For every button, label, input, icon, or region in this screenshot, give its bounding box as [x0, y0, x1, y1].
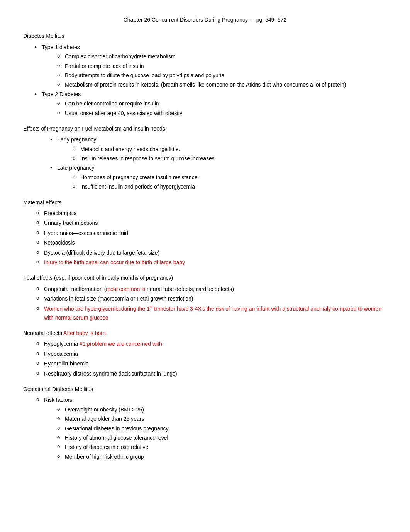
list-item: Variations in fetal size (macrosomia or …	[35, 294, 387, 303]
list-item: Body attempts to dilute the glucose load…	[57, 71, 387, 80]
maternal-section: Maternal effects Preeclampsia Urinary tr…	[23, 198, 387, 267]
list-item: Maternal age older than 25 years	[56, 415, 387, 423]
list-item: Women who are hyperglycemia during the 1…	[35, 304, 387, 322]
page-title: Chapter 26 Concurrent Disorders During P…	[124, 17, 287, 23]
list-item: Usual onset after age 40, associated wit…	[57, 109, 387, 117]
effects-heading: Effects of Pregnancy on Fuel Metabolism …	[23, 124, 387, 133]
gestational-heading: Gestational Diabetes Mellitus	[23, 385, 387, 393]
list-item: Late pregnancy Hormones of pregnancy cre…	[50, 163, 387, 191]
list-item: Gestational diabetes in previous pregnan…	[56, 424, 387, 433]
list-item: Metabolism of protein results in ketosis…	[57, 80, 387, 89]
list-item: Preeclampsia	[35, 209, 387, 218]
list-item: Metabolic and energy needs change little…	[73, 145, 387, 153]
diabetes-level1-list: Type 1 diabetes Complex disorder of carb…	[23, 43, 387, 117]
list-item: Type 2 Diabetes Can be diet controlled o…	[35, 90, 387, 117]
list-item: Ketoacidosis	[35, 238, 387, 247]
list-item: Insulin releases in response to serum gl…	[73, 154, 387, 163]
list-item: Dystocia (difficult delivery due to larg…	[35, 248, 387, 257]
fetal-section: Fetal effects (esp. if poor control in e…	[23, 274, 387, 322]
gestational-section: Gestational Diabetes Mellitus Risk facto…	[23, 385, 387, 461]
list-item: Hydramnios—excess amniotic fluid	[35, 229, 387, 237]
list-item: Complex disorder of carbohydrate metabol…	[57, 52, 387, 61]
list-item: History of diabetes in close relative	[56, 443, 387, 451]
list-item: Overweight or obesity (BMI > 25)	[56, 405, 387, 414]
list-item: History of abnormal glucose tolerance le…	[56, 433, 387, 442]
neonatal-section: Neonatal effects After baby is born Hypo…	[23, 329, 387, 378]
list-item: Insufficient insulin and periods of hype…	[73, 182, 387, 191]
list-item: Hyperbilirubinemia	[35, 359, 387, 368]
diabetes-mellitus-heading: Diabetes Mellitus	[23, 32, 387, 40]
diabetes-mellitus-section: Diabetes Mellitus Type 1 diabetes Comple…	[23, 32, 387, 117]
list-item: Early pregnancy Metabolic and energy nee…	[50, 135, 387, 163]
list-item: Hormones of pregnancy create insulin res…	[73, 173, 387, 182]
list-item: Member of high-risk ethnic group	[56, 452, 387, 461]
maternal-heading: Maternal effects	[23, 198, 387, 207]
list-item: Type 1 diabetes Complex disorder of carb…	[35, 43, 387, 89]
list-item: Partial or complete lack of insulin	[57, 62, 387, 70]
page-header: Chapter 26 Concurrent Disorders During P…	[23, 15, 387, 24]
list-item: Can be diet controlled or require insuli…	[57, 99, 387, 108]
list-item: Urinary tract infections	[35, 219, 387, 227]
list-item: Hypocalcemia	[35, 350, 387, 358]
list-item: Injury to the birth canal can occur due …	[35, 258, 387, 267]
effects-section: Effects of Pregnancy on Fuel Metabolism …	[23, 124, 387, 191]
list-item: Risk factors Overweight or obesity (BMI …	[35, 396, 387, 461]
list-item: Hypoglycemia #1 problem we are concerned…	[35, 340, 387, 348]
fetal-heading: Fetal effects (esp. if poor control in e…	[23, 274, 387, 282]
list-item: Respiratory distress syndrome (lack surf…	[35, 369, 387, 378]
list-item: Congenital malformation (most common is …	[35, 285, 387, 293]
neonatal-heading: Neonatal effects After baby is born	[23, 329, 387, 337]
